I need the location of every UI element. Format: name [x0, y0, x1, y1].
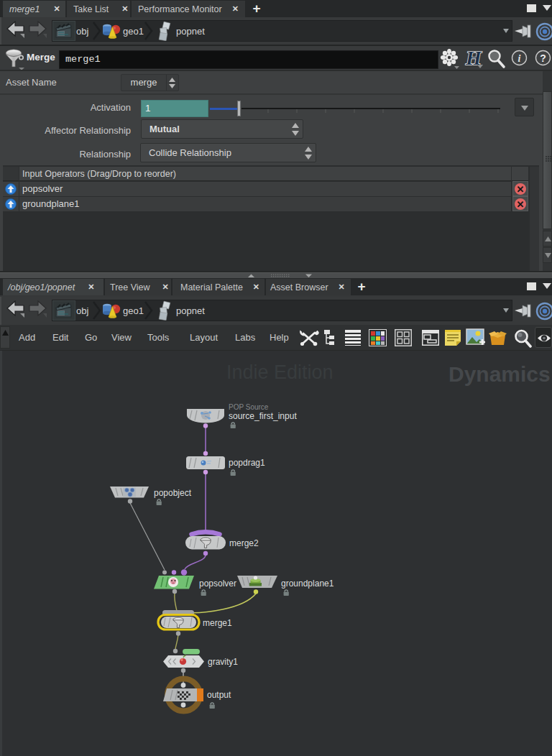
svg-text:?: ?	[540, 52, 546, 64]
svg-text:✕: ✕	[517, 184, 525, 195]
svg-text:POP Source: POP Source	[229, 403, 269, 411]
svg-text:popsolver: popsolver	[199, 578, 236, 589]
svg-text:source_first_input: source_first_input	[229, 411, 297, 421]
svg-text:popdrag1: popdrag1	[229, 458, 265, 468]
svg-text:✕: ✕	[517, 199, 525, 210]
svg-text:i: i	[518, 53, 521, 64]
svg-text:merge1: merge1	[203, 618, 232, 628]
svg-text:output: output	[207, 690, 231, 700]
svg-text:popobject: popobject	[154, 488, 192, 498]
svg-text:gravity1: gravity1	[208, 657, 238, 667]
svg-text:merge2: merge2	[229, 538, 259, 548]
svg-text:groundplane1: groundplane1	[281, 578, 334, 589]
